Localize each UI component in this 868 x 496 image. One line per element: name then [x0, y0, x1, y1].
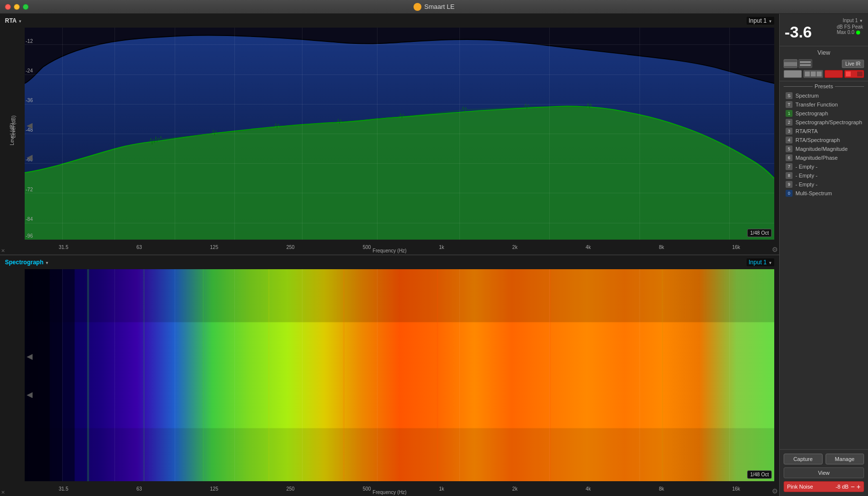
preset-item-6[interactable]: 6 Magnitude/Phase — [784, 153, 864, 162]
color-btn-1[interactable] — [784, 70, 802, 78]
preset-item-7[interactable]: 7 - Empty - — [784, 162, 864, 171]
preset-label-5: Magnitude/Magnitude — [795, 146, 848, 152]
main-layout: RTA ▼ Input 1 ▼ Level (dB) — [0, 14, 868, 496]
rta-settings-icon[interactable]: ⚙ — [772, 246, 778, 253]
preset-item-2[interactable]: 2 Spectrograph/Spectrograph — [784, 118, 864, 127]
meter-db-label: dB FS Peak — [837, 24, 863, 30]
rta-panel-header: RTA ▼ Input 1 ▼ — [5, 17, 774, 25]
preset-num-6: 6 — [786, 154, 793, 161]
spec-oct-badge[interactable]: 1/48 Oct — [747, 470, 772, 479]
preset-num-7: 7 — [786, 163, 793, 170]
spec-close-icon[interactable]: ✕ — [1, 490, 5, 495]
level-label-72: -72 — [26, 187, 33, 192]
spec-freq-label-315: 31.5 — [59, 486, 68, 492]
preset-item-4[interactable]: 4 RTA/Spectrograph — [784, 136, 864, 144]
spec-freq-label-1k: 1k — [439, 486, 445, 492]
input-dropdown-arrow[interactable]: ▼ — [859, 19, 863, 23]
freq-label-1k: 1k — [439, 245, 445, 250]
preset-label-6: Magnitude/Phase — [795, 155, 838, 161]
preset-num-0: 0 — [786, 190, 793, 197]
preset-num-4: 4 — [786, 137, 793, 143]
preset-item-1[interactable]: 1 Spectrograph — [784, 109, 864, 118]
rta-level-title: Level (dB) — [9, 123, 15, 145]
preset-item-s[interactable]: S Spectrum — [784, 91, 864, 100]
content-area: RTA ▼ Input 1 ▼ Level (dB) — [0, 14, 779, 496]
svg-rect-12 — [662, 269, 663, 481]
spec-freq-label-4k: 4k — [586, 486, 591, 492]
titlebar: Smaart LE — [0, 0, 868, 14]
spec-input-selector[interactable]: Input 1 ▼ — [747, 258, 774, 266]
preset-item-8[interactable]: 8 - Empty - — [784, 171, 864, 180]
live-ir-button[interactable]: Live IR — [842, 60, 864, 68]
preset-label-4: RTA/Spectrograph — [795, 137, 840, 143]
spec-dropdown-arrow[interactable]: ▼ — [45, 261, 49, 265]
app-title: Smaart LE — [414, 3, 454, 11]
spectrograph-svg — [25, 269, 774, 481]
preset-item-0[interactable]: 0 Multi-Spectrum — [784, 189, 864, 198]
noise-plus-icon[interactable]: + — [857, 483, 861, 491]
view-button-large[interactable]: View — [784, 467, 864, 478]
view-btn-1[interactable] — [784, 59, 797, 68]
rta-chart: -12 -24 -36 -48 -60 -72 -84 -96 — [25, 28, 774, 240]
rta-oct-badge[interactable]: 1/48 Oct — [747, 229, 772, 237]
level-label-12: -12 — [26, 38, 33, 44]
svg-rect-6 — [144, 269, 145, 481]
presets-line-left — [784, 86, 813, 87]
preset-num-t: T — [786, 101, 793, 108]
capture-button[interactable]: Capture — [784, 454, 823, 464]
presets-title: Presets — [784, 83, 864, 89]
preset-label-2: Spectrograph/Spectrograph — [795, 119, 862, 125]
svg-rect-9 — [343, 269, 345, 481]
preset-num-2: 2 — [786, 119, 793, 126]
spec-freq-label-16k: 16k — [732, 486, 740, 492]
view-controls-row: Live IR — [784, 59, 864, 68]
color-btn-2[interactable] — [803, 70, 824, 78]
maximize-button[interactable] — [23, 4, 29, 10]
spec-panel-header: Spectrograph ▼ Input 1 ▼ — [5, 258, 774, 266]
capture-manage-row: Capture Manage — [784, 454, 864, 464]
freq-label-250: 250 — [286, 245, 295, 250]
level-label-36: -36 — [26, 98, 33, 103]
preset-num-5: 5 — [786, 145, 793, 152]
freq-label-63: 63 — [136, 245, 142, 250]
color-btn-3[interactable] — [825, 70, 843, 78]
preset-label-0: Multi-Spectrum — [795, 190, 832, 196]
input-label: Input 1 ▼ — [785, 18, 863, 23]
preset-label-3: RTA/RTA — [795, 128, 818, 134]
preset-label-1: Spectrograph — [795, 110, 828, 116]
close-button[interactable] — [5, 4, 11, 10]
view-btn-2[interactable] — [798, 59, 812, 68]
spectrograph-panel: Spectrograph ▼ Input 1 ▼ — [0, 255, 779, 496]
noise-minus-icon[interactable]: − — [851, 483, 855, 491]
preset-item-t[interactable]: T Transfer Function — [784, 100, 864, 109]
preset-label-8: - Empty - — [795, 173, 818, 178]
meter-info: dB FS Peak Max 0.0 — [837, 24, 863, 35]
svg-rect-5 — [87, 269, 89, 481]
freq-label-2k: 2k — [512, 245, 518, 250]
spec-settings-icon[interactable]: ⚙ — [772, 487, 778, 495]
svg-rect-7 — [203, 269, 204, 481]
pink-noise-button[interactable]: Pink Noise -8 dB − + — [784, 481, 864, 492]
svg-rect-8 — [268, 269, 270, 481]
color-buttons — [784, 70, 864, 78]
sidebar-bottom: Capture Manage View Pink Noise -8 dB − + — [780, 449, 868, 496]
minimize-button[interactable] — [14, 4, 20, 10]
preset-num-1: 1 — [786, 110, 793, 117]
preset-num-8: 8 — [786, 172, 793, 179]
view-title: View — [784, 49, 864, 56]
rta-input-selector[interactable]: Input 1 ▼ — [747, 17, 774, 25]
view-button-group — [784, 59, 840, 68]
color-btn-4[interactable] — [844, 70, 865, 78]
preset-item-9[interactable]: 9 - Empty - — [784, 180, 864, 189]
preset-item-3[interactable]: 3 RTA/RTA — [784, 127, 864, 136]
freq-label-16k: 16k — [732, 245, 740, 250]
spec-freq-label-8k: 8k — [659, 486, 664, 492]
rta-close-icon[interactable]: ✕ — [1, 248, 5, 253]
svg-rect-10 — [437, 269, 438, 481]
spec-freq-label-125: 125 — [210, 486, 219, 492]
preset-num-s: S — [786, 92, 793, 99]
meter-value: -3.6 — [785, 24, 812, 40]
spec-label: Spectrograph ▼ — [5, 259, 49, 266]
manage-button[interactable]: Manage — [826, 454, 865, 464]
preset-item-5[interactable]: 5 Magnitude/Magnitude — [784, 144, 864, 153]
